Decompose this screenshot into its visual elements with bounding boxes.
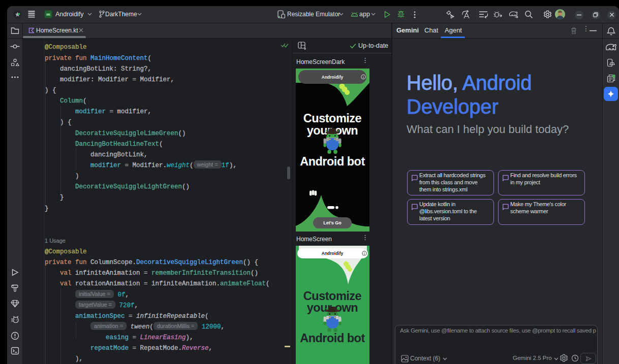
svg-text:Android bot: Android bot bbox=[300, 155, 365, 168]
svg-text:Customize: Customize bbox=[303, 112, 362, 125]
svg-text:Androidify: Androidify bbox=[322, 251, 344, 256]
svg-text:Android bot: Android bot bbox=[300, 332, 365, 345]
svg-text:Androidify: Androidify bbox=[322, 75, 344, 80]
svg-text:Let's Go: Let's Go bbox=[323, 220, 342, 225]
